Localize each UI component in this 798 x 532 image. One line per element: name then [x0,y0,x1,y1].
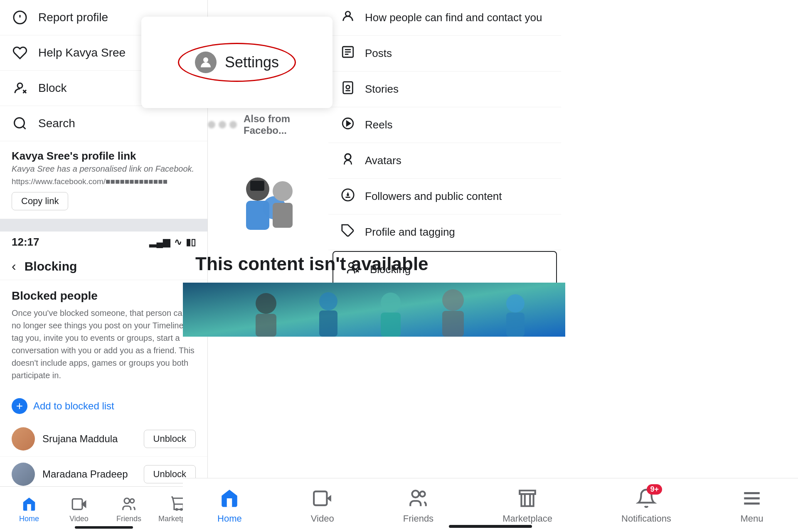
home-nav-label: Home [19,515,39,523]
also-from-text: Also from Facebo... [244,113,328,136]
separator-bar [0,219,207,232]
svg-point-48 [442,289,464,311]
posts-label: Posts [365,47,392,60]
svg-point-44 [319,292,337,310]
desktop-home-icon [218,487,241,510]
desktop-friends-label: Friends [403,513,433,524]
posts-settings-item[interactable]: Posts [328,36,561,71]
block-label: Block [38,81,66,95]
svg-rect-26 [343,82,353,94]
block-icon [12,80,28,96]
search-item[interactable]: Search [0,106,207,141]
svg-rect-51 [506,313,525,337]
svg-point-3 [17,83,22,88]
blurred-dot-2 [219,121,226,128]
followers-settings-item[interactable]: Followers and public content [328,179,561,214]
reels-label: Reels [365,118,392,131]
user-avatar-2 [12,463,35,486]
unblock-button-1[interactable]: Unblock [144,430,196,448]
desktop-nav-menu[interactable]: Menu [740,487,764,524]
how-people-icon [341,9,355,26]
desktop-menu-label: Menu [740,513,763,524]
back-button[interactable]: ‹ [12,259,16,274]
desktop-nav-marketplace[interactable]: Marketplace [502,487,552,524]
desktop-bottom-nav: Home Video Friends [183,478,798,532]
settings-oval: Settings [178,43,296,82]
svg-marker-30 [347,121,350,126]
blurred-dot-1 [208,121,215,128]
blocked-people-description: Once you've blocked someone, that person… [12,307,196,382]
blocking-illustration [224,166,324,249]
avatars-label: Avatars [365,154,401,167]
heart-icon [12,44,28,61]
friends-nav-icon [120,495,138,513]
nav-friends[interactable]: Friends [104,495,154,523]
desktop-video-label: Video [311,513,334,524]
copy-link-button[interactable]: Copy link [12,192,68,210]
add-icon: + [12,398,27,414]
svg-rect-20 [250,181,264,191]
desktop-nav-friends[interactable]: Friends [403,487,433,524]
svg-point-14 [203,57,208,62]
svg-point-42 [256,293,276,314]
wifi-icon: ∿ [174,237,182,248]
reels-settings-item[interactable]: Reels [328,107,561,143]
stories-settings-item[interactable]: Stories [328,71,561,107]
desktop-nav-video[interactable]: Video [311,487,334,524]
avatars-settings-item[interactable]: Avatars [328,143,561,179]
blocked-people-section: Blocked people Once you've blocked someo… [0,280,207,391]
svg-point-11 [130,499,134,503]
svg-rect-19 [273,203,293,228]
stories-icon [341,81,355,98]
svg-point-21 [345,12,350,16]
friends-nav-label: Friends [116,515,141,523]
search-icon [12,115,28,132]
profile-link-subtitle: Kavya Sree has a personalised link on Fa… [12,164,196,174]
desktop-nav-notifications[interactable]: 9+ Notifications [621,487,671,524]
add-blocked-label: Add to blocked list [33,400,114,412]
home-bar-indicator [449,525,532,528]
status-bar: 12:17 ▂▄▆ ∿ ▮▯ [0,232,207,253]
desktop-notifications-label: Notifications [621,513,671,524]
content-unavailable-section: This content isn't available [183,245,565,337]
blurred-dots [208,121,237,128]
mobile-bottom-nav: Home Video Friends Marketplace [0,486,208,532]
desktop-nav-home[interactable]: Home [217,487,242,524]
report-profile-label: Report profile [38,11,108,24]
blocked-user-row-1: Srujana Maddula Unblock [0,421,207,457]
svg-rect-49 [442,311,464,337]
signal-icon: ▂▄▆ [149,237,170,248]
settings-menu-panel: How people can find and contact you Post… [328,0,561,249]
svg-line-7 [23,126,26,129]
settings-avatar-icon [195,52,217,73]
followers-label: Followers and public content [365,190,502,203]
profile-tagging-label: Profile and tagging [365,226,455,239]
profile-tagging-icon [341,224,355,241]
avatars-icon [341,152,355,169]
blocking-page-title: Blocking [25,259,77,273]
svg-point-10 [124,498,130,504]
reels-icon [341,116,355,133]
svg-rect-45 [319,310,337,337]
nav-video[interactable]: Video [54,495,104,523]
desktop-marketplace-icon [516,487,539,510]
svg-point-27 [346,85,350,89]
svg-rect-47 [381,313,401,337]
add-blocked-list-button[interactable]: + Add to blocked list [0,391,207,421]
svg-point-50 [506,294,525,313]
help-kavya-label: Help Kavya Sree [38,46,126,59]
search-label: Search [38,117,75,130]
stories-label: Stories [365,83,399,96]
unavailable-title: This content isn't available [183,245,565,283]
video-nav-icon [70,495,88,513]
user-name-1: Srujana Maddula [42,433,136,445]
nav-home[interactable]: Home [4,495,54,523]
how-people-item[interactable]: How people can find and contact you [328,0,561,36]
home-indicator [75,526,133,529]
svg-point-46 [381,293,401,313]
desktop-notifications-icon: 9+ [635,487,658,510]
user-name-2: Maradana Pradeep [42,468,136,480]
settings-overlay-card: Settings [141,17,332,108]
clock: 12:17 [12,236,39,249]
svg-point-6 [15,118,25,128]
